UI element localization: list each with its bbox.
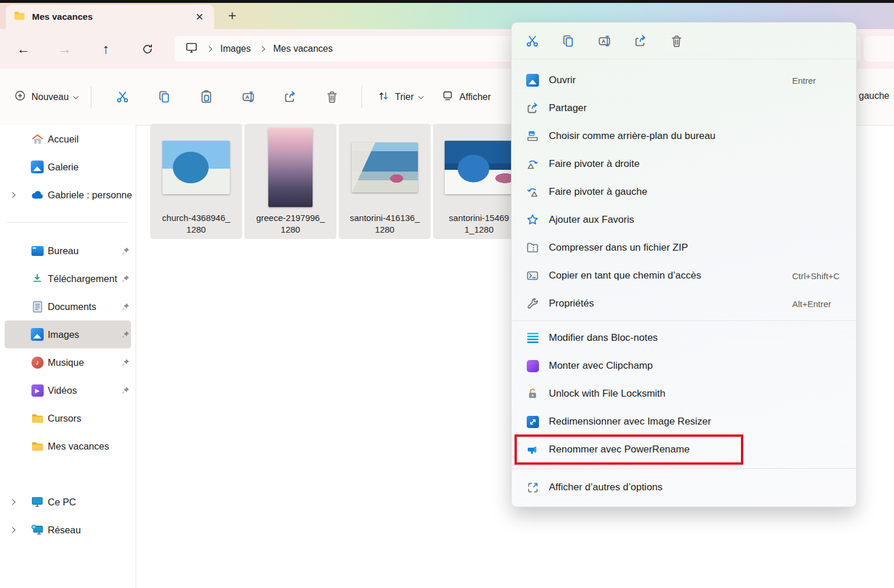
sidebar-item-cursors[interactable]: Cursors [0,404,136,432]
cut-icon[interactable] [524,33,540,48]
file-name: santorini-416136_1280 [350,212,420,236]
padlock-icon [526,387,540,401]
download-icon [31,272,44,285]
menu-item-plus-options[interactable]: Afficher d’autres d’options [512,473,856,501]
folder-icon [31,440,44,452]
refresh-button[interactable] [136,37,159,60]
menu-item-partager[interactable]: Partager [512,94,856,122]
sidebar-item-onedrive[interactable]: Gabriele : personne [0,181,136,209]
sidebar-item-musique[interactable]: ♪ Musique [0,348,136,376]
rotate-right-icon [526,157,540,171]
copy-icon[interactable] [560,33,576,48]
desktop-icon [31,244,44,257]
sidebar-item-label: Ce PC [48,497,76,508]
sidebar-item-label: Images [48,329,79,340]
sidebar-spacer [0,460,136,488]
zip-folder-icon [526,241,540,255]
menu-item-proprietes[interactable]: Propriétés Alt+Entrer [512,290,856,318]
new-button[interactable]: Nouveau [14,90,78,104]
menu-item-copier-chemin[interactable]: Copier en tant que chemin d’accès Ctrl+S… [512,262,856,290]
photo-app-icon [526,73,540,87]
expand-chevron-icon[interactable] [10,192,15,197]
rotate-left-button-fragment[interactable]: gauche [859,91,890,101]
image-resizer-icon [526,415,540,429]
cut-button[interactable] [109,83,137,111]
sidebar-item-ce-pc[interactable]: Ce PC [0,488,136,516]
delete-button[interactable] [318,83,346,111]
menu-item-zip[interactable]: Compresser dans un fichier ZIP [512,234,856,262]
back-button[interactable]: ← [12,37,35,60]
forward-button[interactable]: → [53,37,76,60]
more-options-icon [526,480,540,494]
clipchamp-icon [526,359,540,373]
folder-icon [14,11,25,23]
sidebar-item-accueil[interactable]: Accueil [0,125,136,153]
document-icon [31,300,44,313]
menu-item-file-locksmith[interactable]: Unlock with File Locksmith [512,380,856,408]
file-grid: church-4368946_1280 greece-2197996_1280 … [150,124,525,239]
rename-button[interactable]: A [235,83,262,111]
svg-text:A: A [601,38,605,44]
menu-item-clipchamp[interactable]: Monter avec Clipchamp [512,352,856,380]
menu-item-arriere-plan[interactable]: Choisir comme arrière-plan du bureau [512,122,856,150]
red-highlight-box [515,434,743,465]
sidebar-item-images[interactable]: Images [5,320,131,348]
copy-button[interactable] [151,83,179,111]
breadcrumb-segment-mes-vacances[interactable]: Mes vacances [273,44,332,54]
view-button[interactable]: Afficher [441,90,491,105]
menu-item-pivoter-gauche[interactable]: Faire pivoter à gauche [512,178,856,206]
paste-button[interactable] [193,83,221,111]
file-tile-greece[interactable]: greece-2197996_1280 [244,124,336,239]
menu-item-pivoter-droite[interactable]: Faire pivoter à droite [512,150,856,178]
share-icon [526,101,540,115]
expand-chevron-icon[interactable] [10,499,15,504]
breadcrumb-segment-images[interactable]: Images [221,44,251,54]
breadcrumb-chevron-icon [207,46,212,51]
share-icon[interactable] [633,33,648,48]
sort-button[interactable]: Trier [377,90,423,105]
sidebar-item-videos[interactable]: ▶ Vidéos [0,376,136,404]
file-tile-santorini-1[interactable]: santorini-416136_1280 [339,124,431,239]
photo-thumbnail [268,128,313,207]
pin-icon [121,302,130,311]
folder-icon [31,412,44,425]
photo-thumbnail [445,141,513,194]
chevron-down-icon [418,93,423,98]
menu-item-favoris[interactable]: Ajouter aux Favoris [512,206,856,234]
up-button[interactable]: ↑ [94,37,118,60]
menu-item-bloc-notes[interactable]: Modifier dans Bloc-notes [512,324,856,352]
sidebar-item-mes-vacances[interactable]: Mes vacances [0,432,136,460]
sidebar-item-label: Accueil [48,134,79,145]
new-button-label: Nouveau [31,92,69,102]
sidebar-item-label: Gabriele : personne [48,190,132,201]
breadcrumb-chevron-icon [260,46,265,51]
star-icon [526,213,540,227]
sidebar-item-label: Bureau [48,245,79,256]
pin-icon [121,275,130,283]
menu-item-ouvrir[interactable]: Ouvrir Entrer [512,66,856,94]
this-pc-icon [185,42,198,56]
file-name: greece-2197996_1280 [256,212,325,236]
music-icon: ♪ [31,356,44,369]
explorer-tab[interactable]: Mes vacances ✕ [6,5,214,29]
delete-icon[interactable] [669,33,684,48]
file-tile-church[interactable]: church-4368946_1280 [150,124,242,239]
rotate-left-icon [526,185,540,199]
pin-icon [121,358,130,367]
sidebar-item-documents[interactable]: Documents [0,293,136,320]
sidebar-item-label: Cursors [48,413,81,424]
tab-close-button[interactable]: ✕ [193,11,206,23]
sidebar-item-label: Mes vacances [48,441,109,452]
share-button[interactable] [276,83,304,111]
rename-icon[interactable]: A [597,33,612,48]
sidebar-item-galerie[interactable]: Galerie [0,153,136,181]
expand-chevron-icon[interactable] [10,527,15,532]
sidebar-item-reseau[interactable]: Réseau [0,516,136,544]
menu-item-image-resizer[interactable]: Redimensionner avec Image Resizer [512,408,856,436]
new-tab-button[interactable]: + [228,8,236,24]
sort-button-label: Trier [395,92,414,102]
search-box-fragment[interactable] [864,36,894,62]
videos-icon: ▶ [31,384,44,397]
sidebar-item-bureau[interactable]: Bureau [0,237,136,265]
sidebar-item-telechargement[interactable]: Téléchargement [0,265,136,293]
